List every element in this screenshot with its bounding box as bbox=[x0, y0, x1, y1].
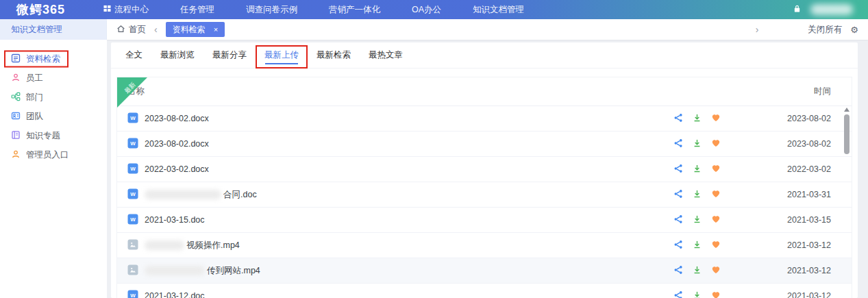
nav-item-task-management[interactable]: 任务管理 bbox=[164, 0, 230, 19]
tab-recently-shared[interactable]: 最新分享 bbox=[205, 42, 254, 68]
redacted-text bbox=[145, 240, 184, 250]
table-row[interactable]: W 2021-03-15.doc 2021-03-15 bbox=[117, 208, 852, 233]
sidebar-item-employees[interactable]: 员工 bbox=[0, 69, 107, 88]
main-area: 首页 ‹ 资料检索 × › 关闭所有 ⚙ 全文 最新浏览 最新分享 最新上传 最… bbox=[107, 19, 868, 298]
username-redacted[interactable] bbox=[810, 4, 853, 15]
sidebar-item-admin-entry[interactable]: 管理员入口 bbox=[0, 145, 107, 164]
favorite-icon[interactable] bbox=[711, 189, 721, 200]
download-icon[interactable] bbox=[693, 138, 702, 150]
table-header: 名称 时间 bbox=[117, 77, 852, 106]
close-all-button[interactable]: 关闭所有 bbox=[808, 24, 842, 36]
table-row[interactable]: W 合同.doc 2021-03-31 bbox=[117, 182, 852, 208]
row-name-cell: W 2023-08-02.docx bbox=[117, 138, 673, 151]
word-file-letter: W bbox=[130, 293, 136, 298]
tab-hottest-articles[interactable]: 最热文章 bbox=[361, 42, 410, 68]
favorite-icon[interactable] bbox=[711, 240, 721, 251]
table-row[interactable]: W 视频操作.mp4 2021-03-12 bbox=[117, 233, 852, 258]
tab-full-text[interactable]: 全文 bbox=[118, 42, 150, 68]
sidebar-item-knowledge-topics[interactable]: 知识专题 bbox=[0, 126, 107, 145]
share-icon[interactable] bbox=[673, 265, 683, 277]
favorite-icon[interactable] bbox=[711, 265, 721, 276]
favorite-icon[interactable] bbox=[711, 138, 721, 149]
word-file-icon: W bbox=[127, 290, 138, 298]
nav-item-process-center[interactable]: 流程中心 bbox=[88, 0, 164, 19]
file-name: 2021-03-12.doc bbox=[145, 291, 205, 298]
row-date: 2021-03-31 bbox=[749, 190, 852, 199]
file-table: 最新 名称 时间 W 2023-08-02.docx bbox=[116, 77, 852, 298]
home-icon bbox=[116, 24, 125, 35]
row-name-cell: W 传到网站.mp4 bbox=[117, 264, 673, 277]
row-name-cell: W 2023-08-02.docx bbox=[117, 112, 673, 125]
favorite-icon[interactable] bbox=[711, 113, 721, 124]
table-row[interactable]: W 2022-03-02.docx 2022-03-02 bbox=[117, 157, 852, 182]
nav-item-knowledge-docs[interactable]: 知识文档管理 bbox=[457, 0, 540, 19]
navbar-right bbox=[793, 4, 868, 15]
chevron-left-icon[interactable]: ‹ bbox=[154, 25, 158, 34]
download-icon[interactable] bbox=[693, 164, 702, 175]
download-icon[interactable] bbox=[693, 214, 702, 226]
file-name: 2023-08-02.docx bbox=[145, 114, 209, 123]
breadcrumb-home[interactable]: 首页 bbox=[116, 24, 146, 36]
word-file-icon: W bbox=[127, 188, 138, 201]
sidebar-item-departments[interactable]: 部门 bbox=[0, 88, 107, 107]
app-logo: 微鳄365 bbox=[0, 1, 88, 18]
scrollbar-thumb[interactable] bbox=[844, 114, 850, 154]
nav-item-oa-office[interactable]: OA办公 bbox=[396, 0, 457, 19]
row-name-cell: W 2021-03-12.doc bbox=[117, 290, 673, 298]
download-icon[interactable] bbox=[693, 189, 702, 201]
download-icon[interactable] bbox=[693, 290, 702, 298]
scroll-up-arrow-icon[interactable] bbox=[844, 108, 850, 112]
word-file-icon: W bbox=[127, 112, 138, 125]
gear-icon[interactable]: ⚙ bbox=[850, 25, 858, 35]
share-icon[interactable] bbox=[673, 164, 683, 175]
content-tabs: 全文 最新浏览 最新分享 最新上传 最新检索 最热文章 bbox=[111, 42, 858, 69]
nav-item-survey-demo[interactable]: 调查问卷示例 bbox=[230, 0, 313, 19]
share-icon[interactable] bbox=[673, 214, 683, 226]
sidebar-item-document-search[interactable]: 资料检索 bbox=[0, 49, 107, 69]
row-date: 2023-08-02 bbox=[749, 139, 852, 149]
tab-strip: 首页 ‹ 资料检索 × › 关闭所有 ⚙ bbox=[107, 19, 868, 40]
video-file-icon bbox=[127, 239, 138, 252]
favorite-icon[interactable] bbox=[711, 290, 721, 298]
tab-recent-searches[interactable]: 最新检索 bbox=[309, 42, 358, 68]
word-file-icon: W bbox=[127, 163, 138, 176]
row-actions bbox=[673, 214, 749, 226]
word-file-icon: W bbox=[127, 138, 138, 151]
lock-icon[interactable] bbox=[793, 4, 801, 15]
table-row[interactable]: W 传到网站.mp4 2021-03-12 bbox=[117, 258, 852, 284]
tab-recently-uploaded[interactable]: 最新上传 bbox=[257, 42, 306, 68]
table-body: W 2023-08-02.docx 2023-08-02 W bbox=[117, 106, 852, 298]
sidebar-item-teams[interactable]: 团队 bbox=[0, 107, 107, 126]
word-file-letter: W bbox=[130, 140, 136, 147]
table-row[interactable]: W 2023-08-02.docx 2023-08-02 bbox=[117, 132, 852, 157]
share-icon[interactable] bbox=[673, 240, 683, 251]
video-file-icon bbox=[127, 264, 138, 277]
download-icon[interactable] bbox=[693, 265, 702, 277]
row-date: 2021-03-12 bbox=[749, 291, 852, 298]
nav-item-marketing-suite[interactable]: 营销产一体化 bbox=[313, 0, 396, 19]
table-row[interactable]: W 2021-03-12.doc 2021-03-12 bbox=[117, 284, 852, 298]
tab-recently-viewed[interactable]: 最新浏览 bbox=[153, 42, 202, 68]
word-file-letter: W bbox=[130, 191, 136, 197]
row-actions bbox=[673, 189, 749, 201]
chevron-right-icon[interactable]: › bbox=[756, 24, 759, 35]
open-tab-document-search[interactable]: 资料检索 × bbox=[166, 22, 225, 37]
share-icon[interactable] bbox=[673, 113, 683, 125]
row-actions bbox=[673, 240, 749, 251]
grid-icon bbox=[103, 5, 111, 14]
download-icon[interactable] bbox=[693, 113, 702, 125]
file-name: 视频操作.mp4 bbox=[186, 240, 240, 251]
share-icon[interactable] bbox=[673, 138, 683, 150]
team-icon bbox=[11, 111, 21, 123]
nav-menu: 流程中心 任务管理 调查问卷示例 营销产一体化 OA办公 知识文档管理 bbox=[88, 0, 540, 19]
download-icon[interactable] bbox=[693, 240, 702, 251]
favorite-icon[interactable] bbox=[711, 214, 721, 225]
table-row[interactable]: W 2023-08-02.docx 2023-08-02 bbox=[117, 106, 852, 132]
share-icon[interactable] bbox=[673, 189, 683, 201]
row-actions bbox=[673, 138, 749, 150]
share-icon[interactable] bbox=[673, 290, 683, 298]
favorite-icon[interactable] bbox=[711, 164, 721, 175]
close-tab-icon[interactable]: × bbox=[214, 25, 218, 34]
row-actions bbox=[673, 290, 749, 298]
admin-entry-icon bbox=[11, 149, 21, 161]
